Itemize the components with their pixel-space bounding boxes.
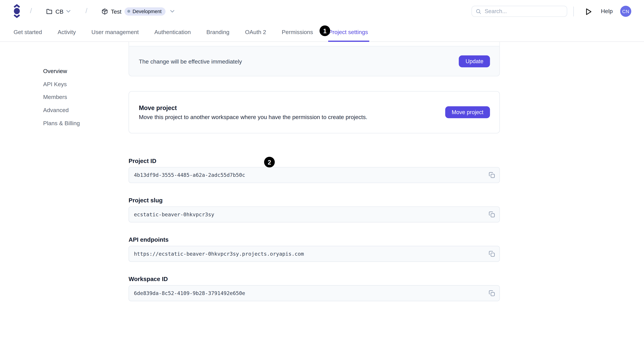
- workspace-id-value: 6de839da-8c52-4109-9b28-3791492e650e: [134, 290, 245, 296]
- update-notice-card-footer: The change will be effective immediately…: [129, 46, 500, 76]
- sidebar-item-api-keys[interactable]: API Keys: [43, 77, 117, 90]
- play-icon[interactable]: [584, 7, 593, 16]
- breadcrumb-project[interactable]: Test Development: [102, 0, 175, 23]
- sidebar-item-plans-billing[interactable]: Plans & Billing: [43, 116, 117, 129]
- breadcrumb-separator: /: [30, 7, 32, 15]
- update-notice-card: The change will be effective immediately…: [128, 42, 500, 76]
- breadcrumb-separator: /: [86, 7, 87, 15]
- update-notice-message: The change will be effective immediately: [139, 58, 242, 65]
- project-id-field: 4b13df9d-3555-4485-a62a-2adc55d7b50c: [128, 167, 500, 183]
- environment-badge: Development: [124, 7, 166, 15]
- help-link[interactable]: Help: [601, 8, 613, 14]
- workspace-id-group: Workspace ID 6de839da-8c52-4109-9b28-379…: [128, 276, 500, 301]
- project-id-label: Project ID: [128, 158, 500, 164]
- project-slug-label: Project slug: [128, 197, 500, 204]
- search-icon: [476, 8, 482, 14]
- search-input[interactable]: [484, 8, 563, 14]
- api-endpoints-field: https://ecstatic-beaver-0hkvpcr3sy.proje…: [128, 246, 500, 262]
- package-icon: [102, 8, 108, 15]
- update-notice-card-body: [129, 42, 500, 46]
- project-name: Test: [111, 8, 122, 15]
- sidebar-item-advanced[interactable]: Advanced: [43, 103, 117, 116]
- top-header: / CB / Test: [0, 0, 644, 23]
- api-endpoints-group: API endpoints https://ecstatic-beaver-0h…: [128, 236, 500, 262]
- api-endpoints-value: https://ecstatic-beaver-0hkvpcr3sy.proje…: [134, 251, 304, 257]
- sidebar-item-members[interactable]: Members: [43, 90, 117, 103]
- project-slug-field: ecstatic-beaver-0hkvpcr3sy: [128, 206, 500, 222]
- copy-button[interactable]: [486, 249, 497, 259]
- move-project-card: Move project Move this project to anothe…: [128, 91, 500, 133]
- project-slug-value: ecstatic-beaver-0hkvpcr3sy: [134, 211, 214, 218]
- breadcrumb-workspace[interactable]: CB: [46, 0, 71, 23]
- copy-button[interactable]: [486, 288, 497, 299]
- settings-sidebar: Overview API Keys Members Advanced Plans…: [43, 64, 117, 129]
- move-project-description: Move this project to another workspace w…: [139, 114, 367, 120]
- workspace-id-field: 6de839da-8c52-4109-9b28-3791492e650e: [128, 285, 500, 301]
- tab-oauth2[interactable]: OAuth 2: [245, 22, 266, 41]
- workspace-name: CB: [56, 8, 64, 15]
- tab-project-settings[interactable]: Project settings: [329, 22, 368, 41]
- move-project-button[interactable]: Move project: [445, 106, 490, 118]
- environment-dot-icon: [127, 10, 130, 13]
- tab-permissions[interactable]: Permissions: [282, 22, 313, 41]
- api-endpoints-label: API endpoints: [128, 236, 500, 243]
- search-box[interactable]: [472, 6, 567, 17]
- annotation-badge-1: 1: [320, 25, 330, 36]
- tab-user-management[interactable]: User management: [91, 22, 138, 41]
- copy-icon: [488, 290, 495, 297]
- folder-icon: [46, 8, 53, 15]
- project-id-value: 4b13df9d-3555-4485-a62a-2adc55d7b50c: [134, 172, 245, 178]
- copy-icon: [488, 211, 495, 218]
- tab-branding[interactable]: Branding: [206, 22, 230, 41]
- chevron-down-icon: [170, 10, 175, 13]
- annotation-badge-2: 2: [264, 157, 275, 167]
- workspace-id-label: Workspace ID: [128, 276, 500, 282]
- copy-icon: [488, 250, 495, 257]
- tab-get-started[interactable]: Get started: [14, 22, 42, 41]
- chevron-down-icon: [66, 10, 71, 13]
- project-slug-group: Project slug ecstatic-beaver-0hkvpcr3sy: [128, 197, 500, 222]
- ory-logo-icon[interactable]: [14, 4, 20, 18]
- project-info-fields: Project ID 4b13df9d-3555-4485-a62a-2adc5…: [128, 158, 500, 315]
- tab-authentication[interactable]: Authentication: [154, 22, 191, 41]
- app-root: / CB / Test: [0, 0, 644, 341]
- update-button[interactable]: Update: [459, 55, 490, 67]
- copy-button[interactable]: [486, 209, 497, 220]
- environment-label: Development: [132, 8, 162, 14]
- tab-activity[interactable]: Activity: [58, 22, 76, 41]
- avatar[interactable]: CN: [620, 6, 631, 17]
- move-project-title: Move project: [139, 104, 367, 111]
- sidebar-item-overview[interactable]: Overview: [43, 64, 117, 77]
- copy-button[interactable]: [486, 170, 497, 180]
- project-id-group: Project ID 4b13df9d-3555-4485-a62a-2adc5…: [128, 158, 500, 183]
- header-divider: [574, 7, 574, 16]
- copy-icon: [488, 172, 495, 179]
